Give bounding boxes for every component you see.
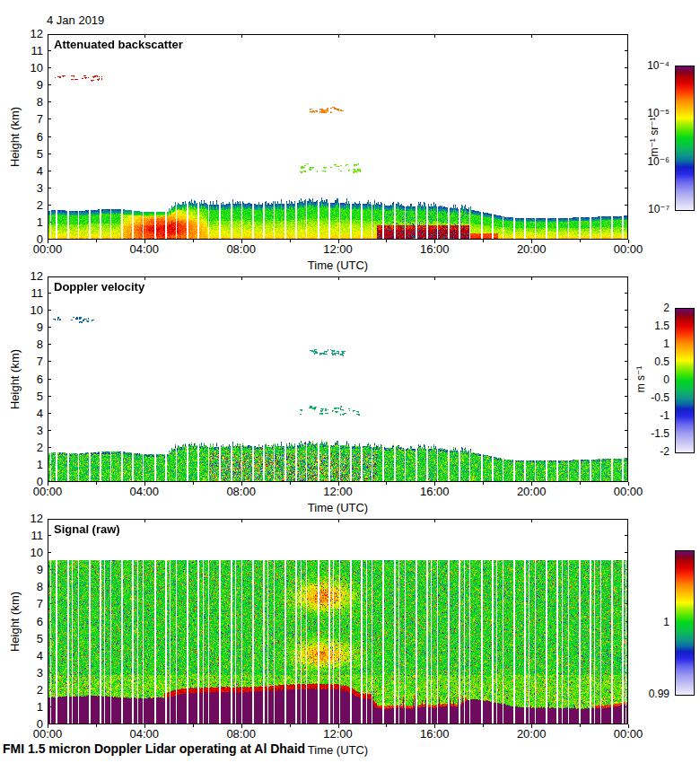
x-minor-tick-mark [193,724,194,727]
x-minor-tick-mark [386,482,387,485]
date-label: 4 Jan 2019 [47,13,104,27]
x-tick-label: 08:00 [220,243,263,256]
colorbar-gradient [675,66,695,211]
x-tick-mark-bottom [241,482,242,486]
x-minor-tick-mark [580,240,581,242]
y-tick-label: 12 [7,28,43,40]
x-tick-label: 16:00 [413,486,456,498]
colorbar-gradient [675,308,695,453]
y-tick-label: 1 [7,459,43,471]
velocity-heatmap-canvas [48,276,628,482]
backscatter-heatmap-canvas [48,34,628,240]
x-minor-tick-mark [193,240,194,242]
footer-caption: FMI 1.5 micron Doppler Lidar operating a… [3,741,305,756]
y-tick-label: 11 [7,530,43,542]
y-tick-label: 4 [7,165,43,178]
y-tick-label: 5 [7,633,43,645]
y-tick-label: 3 [7,182,43,195]
x-minor-tick-mark [193,482,194,485]
x-tick-label: 00:00 [26,243,69,256]
plot-area-signal: Signal (raw) [48,519,628,724]
y-tick-label: 6 [7,131,43,144]
y-tick-label: 8 [7,96,43,109]
y-tick-label: 9 [7,321,43,334]
y-tick-label: 12 [7,270,43,283]
x-tick-label: 20:00 [510,243,553,256]
x-axis-label: Time (UTC) [48,259,628,272]
y-tick-label: 2 [7,199,43,212]
colorbar-gradient [675,550,695,696]
panel-title: Signal (raw) [54,522,120,536]
x-tick-mark-bottom [48,482,48,486]
x-tick-label: 08:00 [220,486,263,498]
y-tick-label: 12 [7,513,43,525]
x-tick-mark-bottom [338,240,339,243]
x-tick-mark-bottom [531,482,532,486]
x-tick-label: 08:00 [220,728,263,741]
y-tick-label: 3 [7,667,43,680]
x-tick-mark-bottom [241,724,242,728]
panel-attenuated-backscatter: Height (km) 0123456789101112 Attenuated … [0,34,700,240]
colorbar-unit-label: m⁻¹ sr⁻¹ [648,66,661,209]
x-tick-mark-bottom [144,724,145,728]
x-minor-tick-mark [386,240,387,242]
y-tick-label: 6 [7,373,43,386]
x-tick-label: 16:00 [413,243,456,256]
x-tick-label: 12:00 [317,243,360,256]
x-minor-tick-mark [290,482,291,485]
y-tick-label: 10 [7,304,43,317]
x-tick-mark-bottom [434,724,435,728]
y-tick-label: 2 [7,684,43,697]
x-tick-mark-bottom [531,240,532,243]
x-minor-tick-mark [96,240,97,242]
y-tick-label: 7 [7,355,43,368]
x-tick-mark-bottom [338,482,339,486]
y-tick-label: 11 [7,287,43,300]
signal-heatmap-canvas [48,519,628,724]
x-tick-label: 00:00 [607,728,650,741]
x-minor-tick-mark [96,482,97,485]
panel-doppler-velocity: Height (km) 0123456789101112 Doppler vel… [0,276,700,482]
panel-title: Doppler velocity [54,280,144,294]
x-tick-mark-bottom [338,724,339,728]
plot-area-velocity: Doppler velocity [48,276,628,482]
plot-area-backscatter: Attenuated backscatter [48,34,628,240]
x-tick-label: 00:00 [26,728,69,741]
x-tick-label: 04:00 [123,486,166,498]
y-tick-label: 10 [7,62,43,75]
y-tick-label: 3 [7,425,43,437]
x-tick-mark-bottom [628,482,629,486]
y-tick-label: 9 [7,564,43,576]
x-minor-tick-mark [580,482,581,485]
lidar-quicklook-page: 4 Jan 2019 Height (km) 0123456789101112 … [0,0,700,763]
y-tick-label: 9 [7,79,43,92]
x-tick-label: 04:00 [123,728,166,741]
x-tick-label: 20:00 [510,486,553,498]
x-minor-tick-mark [483,724,484,727]
y-tick-label: 5 [7,148,43,161]
x-axis-label: Time (UTC) [48,501,628,514]
x-tick-mark-bottom [241,240,242,243]
x-minor-tick-mark [96,724,97,727]
panel-title: Attenuated backscatter [54,38,183,51]
x-tick-mark-bottom [48,724,48,728]
x-minor-tick-mark [386,724,387,727]
x-tick-label: 16:00 [413,728,456,741]
x-tick-label: 20:00 [510,728,553,741]
y-tick-label: 4 [7,650,43,662]
y-tick-label: 10 [7,547,43,559]
y-tick-label: 11 [7,45,43,57]
y-tick-label: 8 [7,581,43,593]
x-minor-tick-mark [290,240,291,242]
y-tick-label: 6 [7,616,43,628]
x-minor-tick-mark [483,240,484,242]
y-tick-label: 1 [7,701,43,714]
x-tick-label: 00:00 [26,486,69,498]
x-minor-tick-mark [580,724,581,727]
x-tick-label: 12:00 [317,728,360,741]
y-tick-label: 2 [7,442,43,454]
x-minor-tick-mark [483,482,484,485]
y-tick-label: 4 [7,408,43,420]
x-minor-tick-mark [290,724,291,727]
y-tick-label: 5 [7,390,43,403]
